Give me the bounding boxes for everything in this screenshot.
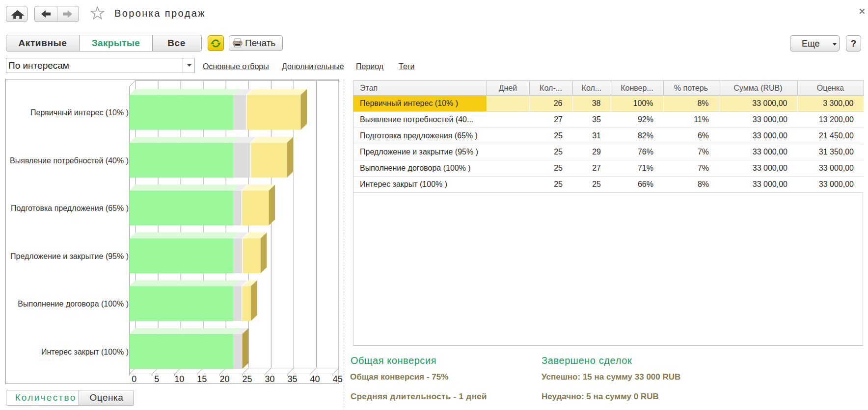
svg-text:0: 0 (132, 374, 136, 384)
svg-text:25: 25 (242, 374, 252, 384)
svg-text:Первичный интерес (10% ): Первичный интерес (10% ) (30, 108, 129, 117)
svg-text:Предложение и закрытие (95% ): Предложение и закрытие (95% ) (10, 252, 129, 260)
svg-text:Интерес закрыт (100% ): Интерес закрыт (100% ) (41, 348, 129, 356)
svg-text:Выявление потребностей (40% ): Выявление потребностей (40% ) (10, 156, 129, 165)
svg-text:30: 30 (265, 374, 274, 384)
svg-text:15: 15 (197, 374, 207, 384)
svg-text:45: 45 (333, 374, 343, 384)
svg-text:40: 40 (310, 374, 320, 384)
svg-text:10: 10 (174, 374, 184, 384)
svg-text:35: 35 (288, 374, 298, 384)
svg-text:5: 5 (154, 374, 159, 384)
svg-text:Подготовка предложения (65% ): Подготовка предложения (65% ) (11, 204, 129, 212)
svg-text:20: 20 (219, 374, 229, 384)
svg-text:Выполнение договора (100% ): Выполнение договора (100% ) (18, 300, 129, 308)
